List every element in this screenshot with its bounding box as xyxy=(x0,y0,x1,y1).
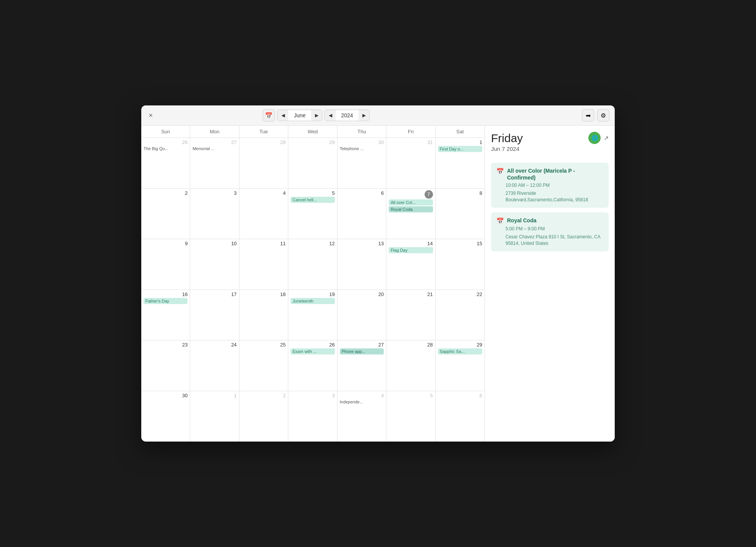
calendar-cell-4-2[interactable]: 25 xyxy=(239,340,288,391)
event-chip[interactable]: Juneteenth xyxy=(291,298,334,304)
event-chip[interactable]: Telephone ... xyxy=(340,146,384,151)
event-chip[interactable]: Sapphic Sa... xyxy=(438,348,482,354)
cell-number: 29 xyxy=(291,139,334,145)
calendar-cell-2-1[interactable]: 10 xyxy=(190,239,239,290)
calendar-cell-4-0[interactable]: 23 xyxy=(141,340,190,391)
calendar-cell-2-6[interactable]: 15 xyxy=(436,239,485,290)
export-button[interactable]: ➡ xyxy=(582,109,594,121)
calendar-cell-4-3[interactable]: 26Exam with ... xyxy=(288,340,337,391)
event-chip[interactable]: Cancel hell... xyxy=(291,197,334,203)
calendar-event-icon-1: 📅 xyxy=(496,217,504,225)
sidebar-day-title: Friday xyxy=(491,132,588,145)
calendar-cell-4-1[interactable]: 24 xyxy=(190,340,239,391)
event-chip[interactable]: All over Col... xyxy=(389,199,433,206)
expand-icon[interactable]: ↗ xyxy=(604,134,609,142)
event-chip[interactable]: Memorial ... xyxy=(192,146,236,151)
sidebar-events: 📅All over Color (Maricela P - Confirmed)… xyxy=(491,163,609,251)
calendar-week-5: 301234Independe...56 xyxy=(141,391,485,442)
cell-number: 22 xyxy=(438,291,482,297)
sidebar-event-title-0: All over Color (Maricela P - Confirmed) xyxy=(507,167,603,181)
sidebar-event-address-1: Cesar Chavez Plaza 910 I St, Sacramento,… xyxy=(496,234,603,247)
calendar-cell-5-4[interactable]: 4Independe... xyxy=(338,391,386,442)
prev-year-button[interactable]: ◀ xyxy=(325,110,336,121)
calendar-cell-1-0[interactable]: 2 xyxy=(141,189,190,239)
sidebar-event-0[interactable]: 📅All over Color (Maricela P - Confirmed)… xyxy=(491,163,609,208)
calendar-cell-0-5[interactable]: 31 xyxy=(386,138,435,188)
calendar-cell-1-4[interactable]: 6 xyxy=(338,189,386,239)
cell-number: 25 xyxy=(242,342,286,348)
calendar-cell-1-6[interactable]: 8 xyxy=(436,189,485,239)
calendar-cell-1-1[interactable]: 3 xyxy=(190,189,239,239)
calendar-cell-5-3[interactable]: 3 xyxy=(288,391,337,442)
cell-number: 30 xyxy=(340,139,384,145)
day-header-wed: Wed xyxy=(288,126,337,138)
calendar-week-1: 2345Cancel hell...67All over Col...Royal… xyxy=(141,189,485,240)
close-button[interactable]: ✕ xyxy=(147,111,155,120)
prev-month-button[interactable]: ◀ xyxy=(278,110,288,121)
calendar-cell-4-4[interactable]: 27Phone app... xyxy=(338,340,386,391)
sidebar-header-right: 🌐 ↗ xyxy=(588,132,609,144)
cell-number: 5 xyxy=(291,190,334,196)
calendar-cell-2-4[interactable]: 13 xyxy=(338,239,386,290)
calendar-cell-4-5[interactable]: 28 xyxy=(386,340,435,391)
calendar-cell-3-5[interactable]: 21 xyxy=(386,290,435,340)
day-header-tue: Tue xyxy=(239,126,288,138)
calendar-cell-3-6[interactable]: 22 xyxy=(436,290,485,340)
settings-button[interactable]: ⚙ xyxy=(597,109,609,121)
calendar-cell-3-3[interactable]: 19Juneteenth xyxy=(288,290,337,340)
calendar-icon-button[interactable]: 📅 xyxy=(263,109,275,121)
export-icon: ➡ xyxy=(586,112,591,119)
calendar-cell-1-2[interactable]: 4 xyxy=(239,189,288,239)
cell-number: 28 xyxy=(389,342,433,348)
calendar-cell-5-6[interactable]: 6 xyxy=(436,391,485,442)
cell-number: 3 xyxy=(192,190,236,196)
globe-icon-button[interactable]: 🌐 xyxy=(588,132,601,144)
event-chip[interactable]: Exam with ... xyxy=(291,348,334,354)
cell-number: 2 xyxy=(144,190,187,196)
sidebar-event-title-1: Royal Coda xyxy=(507,217,536,224)
event-chip[interactable]: The Big Qu... xyxy=(144,146,187,151)
sidebar-event-header-0: 📅All over Color (Maricela P - Confirmed) xyxy=(496,167,603,181)
year-nav-group: ◀ 2024 ▶ xyxy=(325,110,370,121)
calendar-cell-2-2[interactable]: 11 xyxy=(239,239,288,290)
calendar-cell-0-0[interactable]: 26The Big Qu... xyxy=(141,138,190,188)
calendar-cell-2-3[interactable]: 12 xyxy=(288,239,337,290)
calendar-week-4: 23242526Exam with ...27Phone app...2829S… xyxy=(141,340,485,391)
cell-number: 10 xyxy=(192,241,236,246)
calendar-cell-1-3[interactable]: 5Cancel hell... xyxy=(288,189,337,239)
calendar-cell-2-5[interactable]: 14Flag Day xyxy=(386,239,435,290)
calendar-cell-1-5[interactable]: 7All over Col...Royal Coda xyxy=(386,189,435,239)
calendar-cell-0-6[interactable]: 1First Day o... xyxy=(436,138,485,188)
month-nav-group: ◀ June ▶ xyxy=(277,110,322,121)
calendar-cell-0-2[interactable]: 28 xyxy=(239,138,288,188)
next-month-button[interactable]: ▶ xyxy=(311,110,322,121)
event-chip[interactable]: Flag Day xyxy=(389,247,433,253)
next-year-button[interactable]: ▶ xyxy=(359,110,369,121)
calendar-cell-5-5[interactable]: 5 xyxy=(386,391,435,442)
calendar-cell-2-0[interactable]: 9 xyxy=(141,239,190,290)
calendar-cell-3-0[interactable]: 16Father's Day xyxy=(141,290,190,340)
event-chip[interactable]: Father's Day xyxy=(144,298,187,304)
header-center: 📅 ◀ June ▶ ◀ 2024 ▶ xyxy=(263,109,370,121)
calendar-cell-0-4[interactable]: 30Telephone ... xyxy=(338,138,386,188)
cell-number: 14 xyxy=(389,241,433,246)
calendar-cell-0-3[interactable]: 29 xyxy=(288,138,337,188)
calendar-grid: 26The Big Qu...27Memorial ...282930Telep… xyxy=(141,138,485,442)
calendar-cell-0-1[interactable]: 27Memorial ... xyxy=(190,138,239,188)
calendar-cell-5-1[interactable]: 1 xyxy=(190,391,239,442)
main-content: SunMonTueWedThuFriSat 26The Big Qu...27M… xyxy=(141,126,615,442)
sidebar-event-1[interactable]: 📅Royal Coda5:00 PM – 9:00 PMCesar Chavez… xyxy=(491,212,609,251)
cell-number: 26 xyxy=(291,342,334,348)
calendar-cell-4-6[interactable]: 29Sapphic Sa... xyxy=(436,340,485,391)
cell-number: 16 xyxy=(144,291,187,297)
calendar-cell-3-2[interactable]: 18 xyxy=(239,290,288,340)
calendar-cell-3-4[interactable]: 20 xyxy=(338,290,386,340)
calendar-cell-3-1[interactable]: 17 xyxy=(190,290,239,340)
calendar-cell-5-2[interactable]: 2 xyxy=(239,391,288,442)
event-chip[interactable]: Phone app... xyxy=(340,348,384,354)
event-chip[interactable]: Independe... xyxy=(340,399,384,405)
calendar-cell-5-0[interactable]: 30 xyxy=(141,391,190,442)
event-chip[interactable]: First Day o... xyxy=(438,146,482,152)
cell-number: 3 xyxy=(291,393,334,398)
event-chip[interactable]: Royal Coda xyxy=(389,206,433,212)
